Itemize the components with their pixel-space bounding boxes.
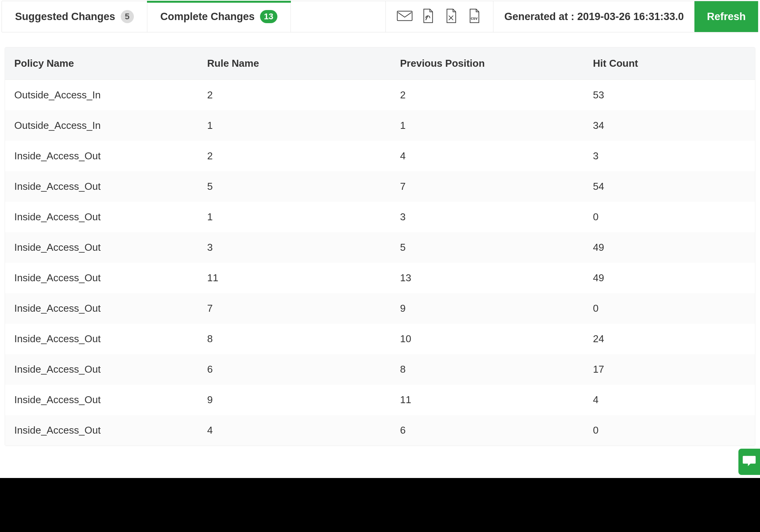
table-row[interactable]: Inside_Access_Out130 <box>5 202 755 232</box>
cell-prev: 13 <box>391 263 584 293</box>
cell-policy: Inside_Access_Out <box>5 385 198 415</box>
table-row[interactable]: Outside_Access_In1134 <box>5 110 755 141</box>
cell-hit: 24 <box>584 324 755 354</box>
col-header-prev[interactable]: Previous Position <box>391 47 584 80</box>
csv-icon[interactable]: csv <box>466 8 482 25</box>
cell-policy: Inside_Access_Out <box>5 171 198 202</box>
cell-hit: 0 <box>584 415 755 446</box>
tab-suggested-changes[interactable]: Suggested Changes 5 <box>2 1 147 32</box>
cell-hit: 49 <box>584 232 755 263</box>
cell-policy: Inside_Access_Out <box>5 202 198 232</box>
cell-rule: 2 <box>198 141 391 171</box>
cell-prev: 6 <box>391 415 584 446</box>
cell-prev: 11 <box>391 385 584 415</box>
tab-complete-changes[interactable]: Complete Changes 13 <box>147 1 291 32</box>
cell-rule: 1 <box>198 110 391 141</box>
chat-icon <box>741 453 757 470</box>
table-row[interactable]: Outside_Access_In2253 <box>5 80 755 111</box>
tab-complete-label: Complete Changes <box>160 11 255 23</box>
cell-prev: 2 <box>391 80 584 111</box>
cell-hit: 34 <box>584 110 755 141</box>
tab-suggested-count: 5 <box>121 10 134 23</box>
tab-complete-count: 13 <box>260 10 277 23</box>
cell-hit: 4 <box>584 385 755 415</box>
cell-hit: 0 <box>584 202 755 232</box>
cell-rule: 7 <box>198 293 391 324</box>
cell-policy: Inside_Access_Out <box>5 354 198 385</box>
table-row[interactable]: Inside_Access_Out460 <box>5 415 755 446</box>
topbar-spacer <box>291 1 386 32</box>
cell-prev: 10 <box>391 324 584 354</box>
svg-rect-2 <box>745 458 753 459</box>
cell-prev: 1 <box>391 110 584 141</box>
cell-hit: 3 <box>584 141 755 171</box>
table-row[interactable]: Inside_Access_Out790 <box>5 293 755 324</box>
cell-policy: Inside_Access_Out <box>5 324 198 354</box>
bottom-bar <box>0 478 760 532</box>
mail-icon[interactable] <box>397 8 413 25</box>
cell-rule: 11 <box>198 263 391 293</box>
cell-policy: Outside_Access_In <box>5 110 198 141</box>
cell-rule: 6 <box>198 354 391 385</box>
cell-rule: 2 <box>198 80 391 111</box>
tab-suggested-label: Suggested Changes <box>15 11 115 23</box>
cell-policy: Inside_Access_Out <box>5 141 198 171</box>
generated-at-label: Generated at : 2019-03-26 16:31:33.0 <box>493 1 694 32</box>
refresh-button[interactable]: Refresh <box>694 1 758 32</box>
cell-rule: 9 <box>198 385 391 415</box>
cell-rule: 5 <box>198 171 391 202</box>
cell-policy: Inside_Access_Out <box>5 232 198 263</box>
cell-policy: Inside_Access_Out <box>5 293 198 324</box>
col-header-policy[interactable]: Policy Name <box>5 47 198 80</box>
cell-rule: 4 <box>198 415 391 446</box>
cell-hit: 49 <box>584 263 755 293</box>
cell-prev: 5 <box>391 232 584 263</box>
col-header-rule[interactable]: Rule Name <box>198 47 391 80</box>
cell-hit: 17 <box>584 354 755 385</box>
cell-rule: 8 <box>198 324 391 354</box>
cell-policy: Inside_Access_Out <box>5 263 198 293</box>
topbar: Suggested Changes 5 Complete Changes 13 … <box>2 1 758 32</box>
table-body: Outside_Access_In2253Outside_Access_In11… <box>5 80 755 446</box>
cell-hit: 54 <box>584 171 755 202</box>
table-row[interactable]: Inside_Access_Out243 <box>5 141 755 171</box>
xls-icon[interactable] <box>443 8 459 25</box>
cell-policy: Outside_Access_In <box>5 80 198 111</box>
pdf-icon[interactable] <box>420 8 436 25</box>
export-icons: csv <box>385 1 493 32</box>
cell-prev: 9 <box>391 293 584 324</box>
svg-rect-0 <box>397 11 412 21</box>
table-row[interactable]: Inside_Access_Out81024 <box>5 324 755 354</box>
svg-text:csv: csv <box>471 16 478 20</box>
cell-rule: 3 <box>198 232 391 263</box>
table-header-row: Policy Name Rule Name Previous Position … <box>5 47 755 80</box>
cell-prev: 4 <box>391 141 584 171</box>
cell-rule: 1 <box>198 202 391 232</box>
cell-prev: 3 <box>391 202 584 232</box>
changes-table: Policy Name Rule Name Previous Position … <box>5 47 755 446</box>
cell-prev: 8 <box>391 354 584 385</box>
changes-table-wrap: Policy Name Rule Name Previous Position … <box>5 47 755 446</box>
cell-policy: Inside_Access_Out <box>5 415 198 446</box>
svg-rect-3 <box>745 461 751 462</box>
tabs: Suggested Changes 5 Complete Changes 13 <box>2 1 291 32</box>
table-row[interactable]: Inside_Access_Out5754 <box>5 171 755 202</box>
table-row[interactable]: Inside_Access_Out3549 <box>5 232 755 263</box>
cell-prev: 7 <box>391 171 584 202</box>
help-widget[interactable] <box>738 449 760 475</box>
cell-hit: 0 <box>584 293 755 324</box>
cell-hit: 53 <box>584 80 755 111</box>
table-row[interactable]: Inside_Access_Out6817 <box>5 354 755 385</box>
table-row[interactable]: Inside_Access_Out111349 <box>5 263 755 293</box>
table-row[interactable]: Inside_Access_Out9114 <box>5 385 755 415</box>
col-header-hit[interactable]: Hit Count <box>584 47 755 80</box>
